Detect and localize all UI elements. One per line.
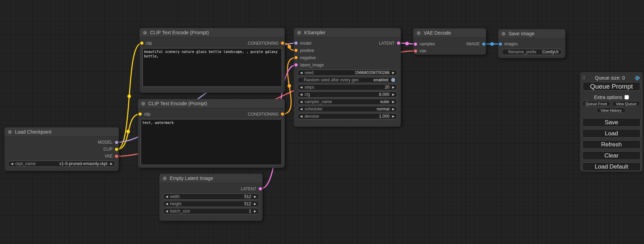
increment-arrow-icon[interactable]: ▶ [392,115,395,118]
increment-arrow-icon[interactable]: ▶ [392,100,395,103]
settings-gear-icon[interactable] [634,75,640,81]
port-image-output[interactable] [482,43,485,46]
node-save-image[interactable]: Save Image images filename_prefix ComfyU… [498,29,565,58]
port-model-input[interactable] [294,42,298,45]
increment-arrow-icon[interactable]: ▶ [254,210,256,213]
port-latent-output[interactable] [259,187,262,190]
queue-front-button[interactable]: Queue Front [582,101,610,106]
node-clip-text-encode-positive[interactable]: CLIP Text Encode (Prompt) clip CONDITION… [140,28,285,93]
load-button[interactable]: Load [582,129,641,138]
graph-canvas[interactable]: Load Checkpoint MODEL CLIP VAE ◀ ckpt_na… [0,0,644,244]
port-model-output[interactable] [115,141,118,144]
prompt-text-area[interactable]: beautiful scenery nature glass bottle la… [142,48,282,87]
steps-widget[interactable]: ◀ steps 20 ▶ [297,84,397,90]
port-vae-input[interactable] [414,49,417,53]
widget-label: batch_size [170,209,190,214]
extra-options-checkbox[interactable] [625,95,629,99]
node-title-bar[interactable]: Load Checkpoint [5,127,119,137]
collapse-dot-icon[interactable] [417,31,421,35]
queue-size-label: Queue size: 0 [595,75,625,81]
ckpt-name-widget[interactable]: ◀ ckpt_name v1-5-pruned-emaonly.ckpt ▶ [8,161,115,167]
widget-value: 1 [249,209,251,214]
port-label-latent: LATENT [241,187,256,191]
decrement-arrow-icon[interactable]: ◀ [300,115,302,118]
node-title-bar[interactable]: Save Image [498,29,565,38]
toggle-indicator[interactable] [391,78,395,82]
width-widget[interactable]: ◀ width 512 ▶ [163,193,259,200]
height-widget[interactable]: ◀ height 512 ▶ [163,201,259,207]
increment-arrow-icon[interactable]: ▶ [392,108,395,111]
port-images-input[interactable] [499,43,502,46]
port-label-conditioning: CONDITIONING [248,112,279,117]
port-conditioning-output[interactable] [281,112,284,116]
denoise-widget[interactable]: ◀ denoise 1.000 ▶ [297,113,397,119]
increment-arrow-icon[interactable]: ▶ [392,93,395,96]
node-title: Save Image [509,31,535,36]
port-positive-input[interactable] [294,49,298,52]
port-label-samples: samples [420,42,435,46]
node-title-bar[interactable]: CLIP Text Encode (Prompt) [138,99,285,108]
filename-prefix-widget[interactable]: filename_prefix ComfyUI [502,49,562,55]
node-vae-decode[interactable]: VAE Decode samples IMAGE vae [413,28,486,55]
port-label-vae: VAE [105,154,113,159]
view-queue-button[interactable]: View Queue [612,101,640,106]
node-empty-latent-image[interactable]: Empty Latent Image LATENT ◀ width 512 ▶ … [159,174,263,221]
port-latent-image-input[interactable] [294,63,298,66]
port-vae-output[interactable] [115,155,118,158]
view-history-button[interactable]: View History [597,108,626,113]
port-latent-output[interactable] [397,42,400,45]
link-midpoint-dot [405,42,409,45]
refresh-button[interactable]: Refresh [582,140,641,149]
port-clip-output[interactable] [115,148,118,151]
decrement-arrow-icon[interactable]: ◀ [166,210,168,213]
decrement-arrow-icon[interactable]: ◀ [300,93,302,96]
collapse-dot-icon[interactable] [143,31,147,35]
decrement-arrow-icon[interactable]: ◀ [300,86,302,89]
decrement-arrow-icon[interactable]: ◀ [166,202,168,206]
port-samples-input[interactable] [414,43,417,46]
node-ksampler[interactable]: KSampler model LATENT positive negative … [294,28,401,127]
node-title-bar[interactable]: KSampler [294,28,401,37]
collapse-dot-icon[interactable] [502,32,505,36]
node-title-bar[interactable]: CLIP Text Encode (Prompt) [140,28,285,37]
drag-handle[interactable] [583,76,585,80]
prompt-text-area[interactable]: text, watermark [141,119,282,165]
load-default-button[interactable]: Load Default [582,162,641,171]
node-title: KSampler [304,30,325,35]
widget-label: scheduler [305,107,323,111]
increment-arrow-icon[interactable]: ▶ [110,162,113,165]
collapse-dot-icon[interactable] [297,31,301,35]
random-seed-widget[interactable]: Random seed after every gen enabled [297,77,397,83]
port-label-positive: positive [300,48,314,53]
increment-arrow-icon[interactable]: ▶ [254,195,256,198]
node-clip-text-encode-negative[interactable]: CLIP Text Encode (Prompt) clip CONDITION… [138,99,285,168]
queue-prompt-button[interactable]: Queue Prompt [583,82,640,91]
widget-value: ComfyUI [542,49,558,54]
decrement-arrow-icon[interactable]: ◀ [300,71,302,74]
scheduler-widget[interactable]: ◀ scheduler normal ▶ [297,106,397,112]
decrement-arrow-icon[interactable]: ◀ [300,108,302,111]
clear-button[interactable]: Clear [582,151,641,160]
sampler-name-widget[interactable]: ◀ sampler_name euler ▶ [297,99,397,105]
increment-arrow-icon[interactable]: ▶ [392,71,395,74]
port-conditioning-output[interactable] [281,42,284,45]
node-load-checkpoint[interactable]: Load Checkpoint MODEL CLIP VAE ◀ ckpt_na… [5,127,119,171]
save-button[interactable]: Save [582,118,641,127]
collapse-dot-icon[interactable] [141,102,145,106]
decrement-arrow-icon[interactable]: ◀ [166,195,168,198]
port-clip-input[interactable] [139,112,142,116]
collapse-dot-icon[interactable] [8,130,12,134]
seed-widget[interactable]: ◀ seed 156680208700286 ▶ [297,70,397,76]
widget-label: sampler_name [305,99,332,104]
port-clip-input[interactable] [140,42,143,45]
node-title-bar[interactable]: Empty Latent Image [159,174,263,183]
batch-size-widget[interactable]: ◀ batch_size 1 ▶ [163,208,259,214]
port-negative-input[interactable] [294,56,298,59]
increment-arrow-icon[interactable]: ▶ [392,86,395,89]
increment-arrow-icon[interactable]: ▶ [254,202,256,206]
collapse-dot-icon[interactable] [163,177,167,180]
decrement-arrow-icon[interactable]: ◀ [11,162,13,165]
node-title-bar[interactable]: VAE Decode [413,28,486,38]
decrement-arrow-icon[interactable]: ◀ [300,100,302,103]
cfg-widget[interactable]: ◀ cfg 8.000 ▶ [297,91,397,98]
